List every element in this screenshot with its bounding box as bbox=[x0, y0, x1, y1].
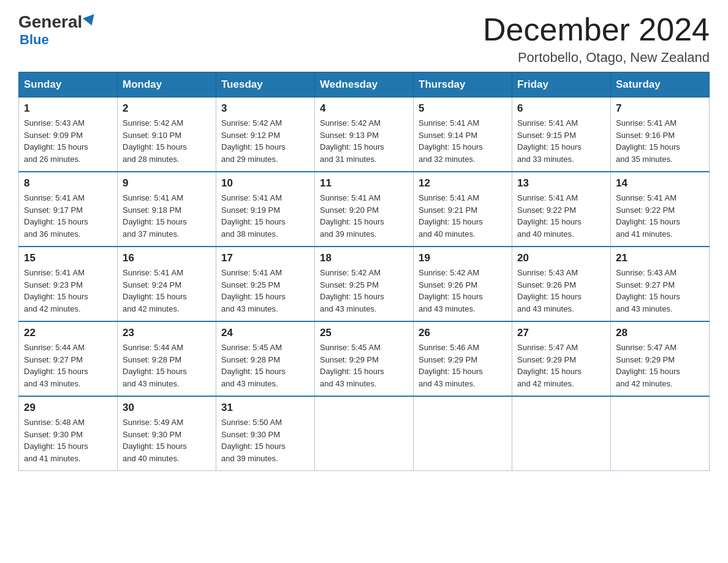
day-info: Sunrise: 5:41 AMSunset: 9:23 PMDaylight:… bbox=[24, 267, 112, 315]
calendar-cell: 7Sunrise: 5:41 AMSunset: 9:16 PMDaylight… bbox=[611, 98, 710, 172]
day-number: 21 bbox=[616, 252, 704, 264]
calendar-cell: 11Sunrise: 5:41 AMSunset: 9:20 PMDayligh… bbox=[315, 172, 414, 247]
day-info: Sunrise: 5:41 AMSunset: 9:14 PMDaylight:… bbox=[419, 117, 507, 165]
calendar-header-row: SundayMondayTuesdayWednesdayThursdayFrid… bbox=[19, 72, 710, 98]
day-info: Sunrise: 5:42 AMSunset: 9:25 PMDaylight:… bbox=[320, 267, 408, 315]
day-info: Sunrise: 5:45 AMSunset: 9:29 PMDaylight:… bbox=[320, 342, 408, 389]
calendar-cell: 4Sunrise: 5:42 AMSunset: 9:13 PMDaylight… bbox=[315, 98, 414, 172]
calendar-cell: 29Sunrise: 5:48 AMSunset: 9:30 PMDayligh… bbox=[19, 396, 118, 471]
day-info: Sunrise: 5:41 AMSunset: 9:19 PMDaylight:… bbox=[221, 192, 309, 240]
day-info: Sunrise: 5:47 AMSunset: 9:29 PMDaylight:… bbox=[517, 342, 605, 389]
logo-blue-text: Blue bbox=[20, 32, 49, 48]
calendar-cell: 28Sunrise: 5:47 AMSunset: 9:29 PMDayligh… bbox=[611, 321, 710, 396]
day-number: 19 bbox=[419, 252, 507, 264]
day-info: Sunrise: 5:41 AMSunset: 9:21 PMDaylight:… bbox=[419, 192, 507, 240]
calendar-cell: 19Sunrise: 5:42 AMSunset: 9:26 PMDayligh… bbox=[414, 247, 512, 321]
weekday-header-wednesday: Wednesday bbox=[315, 72, 414, 98]
day-number: 23 bbox=[123, 327, 211, 339]
calendar-cell: 20Sunrise: 5:43 AMSunset: 9:26 PMDayligh… bbox=[512, 247, 611, 321]
day-info: Sunrise: 5:41 AMSunset: 9:22 PMDaylight:… bbox=[517, 192, 605, 240]
calendar-cell: 31Sunrise: 5:50 AMSunset: 9:30 PMDayligh… bbox=[216, 396, 315, 471]
day-info: Sunrise: 5:42 AMSunset: 9:10 PMDaylight:… bbox=[123, 117, 211, 165]
calendar-week-row: 22Sunrise: 5:44 AMSunset: 9:27 PMDayligh… bbox=[19, 321, 710, 396]
calendar-cell: 15Sunrise: 5:41 AMSunset: 9:23 PMDayligh… bbox=[19, 247, 118, 321]
calendar-cell: 13Sunrise: 5:41 AMSunset: 9:22 PMDayligh… bbox=[512, 172, 611, 247]
calendar-cell bbox=[414, 396, 512, 471]
calendar-week-row: 15Sunrise: 5:41 AMSunset: 9:23 PMDayligh… bbox=[19, 247, 710, 321]
day-number: 6 bbox=[517, 102, 605, 115]
page-header: General Blue December 2024 Portobello, O… bbox=[18, 12, 710, 66]
day-info: Sunrise: 5:47 AMSunset: 9:29 PMDaylight:… bbox=[616, 342, 704, 389]
day-number: 25 bbox=[320, 327, 408, 339]
calendar-cell: 10Sunrise: 5:41 AMSunset: 9:19 PMDayligh… bbox=[216, 172, 315, 247]
day-number: 15 bbox=[24, 252, 112, 264]
day-info: Sunrise: 5:41 AMSunset: 9:17 PMDaylight:… bbox=[24, 192, 112, 240]
calendar-cell: 27Sunrise: 5:47 AMSunset: 9:29 PMDayligh… bbox=[512, 321, 611, 396]
calendar-week-row: 29Sunrise: 5:48 AMSunset: 9:30 PMDayligh… bbox=[19, 396, 710, 471]
calendar-cell: 26Sunrise: 5:46 AMSunset: 9:29 PMDayligh… bbox=[414, 321, 512, 396]
calendar-cell: 22Sunrise: 5:44 AMSunset: 9:27 PMDayligh… bbox=[19, 321, 118, 396]
day-number: 5 bbox=[419, 102, 507, 115]
calendar-cell: 16Sunrise: 5:41 AMSunset: 9:24 PMDayligh… bbox=[118, 247, 216, 321]
day-info: Sunrise: 5:42 AMSunset: 9:12 PMDaylight:… bbox=[221, 117, 309, 165]
calendar-cell: 23Sunrise: 5:44 AMSunset: 9:28 PMDayligh… bbox=[118, 321, 216, 396]
day-number: 30 bbox=[123, 402, 211, 414]
day-number: 14 bbox=[616, 177, 704, 190]
calendar-cell: 17Sunrise: 5:41 AMSunset: 9:25 PMDayligh… bbox=[216, 247, 315, 321]
calendar-week-row: 8Sunrise: 5:41 AMSunset: 9:17 PMDaylight… bbox=[19, 172, 710, 247]
day-number: 26 bbox=[419, 327, 507, 339]
day-number: 17 bbox=[221, 252, 309, 264]
calendar-cell: 25Sunrise: 5:45 AMSunset: 9:29 PMDayligh… bbox=[315, 321, 414, 396]
calendar-cell bbox=[315, 396, 414, 471]
logo-general-text: General bbox=[18, 12, 82, 32]
day-number: 8 bbox=[24, 177, 112, 190]
day-info: Sunrise: 5:44 AMSunset: 9:27 PMDaylight:… bbox=[24, 342, 112, 389]
day-info: Sunrise: 5:41 AMSunset: 9:24 PMDaylight:… bbox=[123, 267, 211, 315]
day-info: Sunrise: 5:43 AMSunset: 9:27 PMDaylight:… bbox=[616, 267, 704, 315]
day-info: Sunrise: 5:41 AMSunset: 9:15 PMDaylight:… bbox=[517, 117, 605, 165]
day-number: 12 bbox=[419, 177, 507, 190]
day-number: 20 bbox=[517, 252, 605, 264]
day-info: Sunrise: 5:43 AMSunset: 9:09 PMDaylight:… bbox=[24, 117, 112, 165]
calendar-cell bbox=[512, 396, 611, 471]
weekday-header-friday: Friday bbox=[512, 72, 611, 98]
day-number: 27 bbox=[517, 327, 605, 339]
day-info: Sunrise: 5:45 AMSunset: 9:28 PMDaylight:… bbox=[221, 342, 309, 389]
day-number: 9 bbox=[123, 177, 211, 190]
calendar-cell: 18Sunrise: 5:42 AMSunset: 9:25 PMDayligh… bbox=[315, 247, 414, 321]
day-info: Sunrise: 5:49 AMSunset: 9:30 PMDaylight:… bbox=[123, 416, 211, 464]
month-title: December 2024 bbox=[483, 12, 710, 47]
calendar-cell: 3Sunrise: 5:42 AMSunset: 9:12 PMDaylight… bbox=[216, 98, 315, 172]
day-number: 2 bbox=[123, 102, 211, 115]
calendar-cell: 21Sunrise: 5:43 AMSunset: 9:27 PMDayligh… bbox=[611, 247, 710, 321]
day-number: 1 bbox=[24, 102, 112, 115]
day-info: Sunrise: 5:42 AMSunset: 9:13 PMDaylight:… bbox=[320, 117, 408, 165]
calendar-cell: 24Sunrise: 5:45 AMSunset: 9:28 PMDayligh… bbox=[216, 321, 315, 396]
day-number: 4 bbox=[320, 102, 408, 115]
day-number: 29 bbox=[24, 402, 112, 414]
logo: General Blue bbox=[18, 12, 96, 48]
calendar-cell: 12Sunrise: 5:41 AMSunset: 9:21 PMDayligh… bbox=[414, 172, 512, 247]
calendar-cell: 1Sunrise: 5:43 AMSunset: 9:09 PMDaylight… bbox=[19, 98, 118, 172]
day-number: 28 bbox=[616, 327, 704, 339]
day-number: 22 bbox=[24, 327, 112, 339]
day-number: 31 bbox=[221, 402, 309, 414]
day-info: Sunrise: 5:46 AMSunset: 9:29 PMDaylight:… bbox=[419, 342, 507, 389]
calendar-cell: 6Sunrise: 5:41 AMSunset: 9:15 PMDaylight… bbox=[512, 98, 611, 172]
day-number: 11 bbox=[320, 177, 408, 190]
day-info: Sunrise: 5:50 AMSunset: 9:30 PMDaylight:… bbox=[221, 416, 309, 464]
day-number: 10 bbox=[221, 177, 309, 190]
day-info: Sunrise: 5:41 AMSunset: 9:22 PMDaylight:… bbox=[616, 192, 704, 240]
calendar-cell: 30Sunrise: 5:49 AMSunset: 9:30 PMDayligh… bbox=[118, 396, 216, 471]
calendar-week-row: 1Sunrise: 5:43 AMSunset: 9:09 PMDaylight… bbox=[19, 98, 710, 172]
location-title: Portobello, Otago, New Zealand bbox=[483, 50, 710, 66]
calendar-cell bbox=[611, 396, 710, 471]
day-info: Sunrise: 5:41 AMSunset: 9:25 PMDaylight:… bbox=[221, 267, 309, 315]
logo-triangle-icon bbox=[83, 14, 97, 28]
weekday-header-tuesday: Tuesday bbox=[216, 72, 315, 98]
weekday-header-monday: Monday bbox=[118, 72, 216, 98]
title-block: December 2024 Portobello, Otago, New Zea… bbox=[483, 12, 710, 66]
calendar-cell: 9Sunrise: 5:41 AMSunset: 9:18 PMDaylight… bbox=[118, 172, 216, 247]
logo-text: General bbox=[18, 12, 96, 32]
calendar-cell: 14Sunrise: 5:41 AMSunset: 9:22 PMDayligh… bbox=[611, 172, 710, 247]
